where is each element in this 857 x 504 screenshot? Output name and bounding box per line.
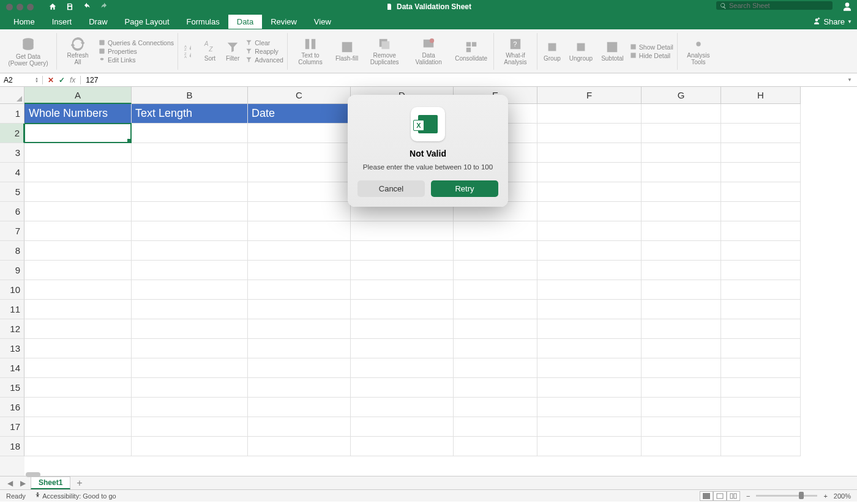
select-all-corner[interactable] (0, 87, 24, 104)
text-to-columns-button[interactable]: Text to Columns (291, 37, 329, 65)
cell[interactable] (24, 163, 132, 182)
normal-view-icon[interactable] (700, 491, 713, 501)
cell[interactable] (248, 221, 351, 241)
cell[interactable] (642, 104, 721, 124)
zoom-out-button[interactable]: − (746, 492, 750, 500)
cell[interactable] (132, 124, 248, 143)
cell[interactable] (248, 378, 351, 398)
edit-links-button[interactable]: Edit Links (99, 56, 174, 64)
row-header[interactable]: 16 (0, 398, 24, 417)
cell[interactable] (642, 182, 721, 202)
cell[interactable] (721, 221, 801, 241)
cell[interactable] (537, 339, 642, 358)
cell[interactable] (454, 358, 537, 378)
column-header[interactable]: B (132, 87, 248, 104)
cell[interactable] (721, 261, 801, 280)
fx-icon[interactable]: fx (70, 76, 75, 84)
cell[interactable] (454, 339, 537, 358)
cell[interactable] (642, 221, 721, 241)
undo-icon[interactable] (83, 2, 91, 11)
row-header[interactable]: 12 (0, 319, 24, 339)
minimize-window[interactable] (17, 4, 23, 10)
sort-button[interactable]: AZ Sort (200, 40, 220, 62)
cell[interactable] (537, 280, 642, 300)
queries-connections-button[interactable]: Queries & Connections (99, 39, 174, 46)
cell[interactable] (24, 319, 132, 339)
cell[interactable] (24, 339, 132, 358)
cell[interactable] (351, 261, 454, 280)
cell[interactable] (721, 378, 801, 398)
column-header[interactable]: G (642, 87, 721, 104)
tab-review[interactable]: Review (262, 15, 305, 29)
cell[interactable]: Date (248, 104, 351, 124)
row-header[interactable]: 13 (0, 339, 24, 358)
row-header[interactable]: 10 (0, 280, 24, 300)
get-data-button[interactable]: Get Data (Power Query) (4, 36, 53, 67)
cell[interactable] (721, 143, 801, 163)
cell[interactable] (132, 143, 248, 163)
cell[interactable] (248, 143, 351, 163)
cell[interactable] (248, 319, 351, 339)
cell[interactable] (721, 339, 801, 358)
search-input[interactable] (729, 2, 821, 9)
cell[interactable] (24, 398, 132, 417)
cell[interactable] (351, 280, 454, 300)
retry-button[interactable]: Retry (431, 180, 498, 197)
filter-button[interactable]: Filter (223, 40, 242, 62)
formula-input[interactable]: 127 (81, 76, 842, 84)
home-icon[interactable] (48, 2, 57, 11)
cell[interactable] (132, 437, 248, 456)
advanced-filter-button[interactable]: Advanced (245, 56, 283, 64)
cell[interactable] (248, 300, 351, 319)
cancel-formula-icon[interactable]: ✕ (48, 76, 54, 84)
close-window[interactable] (6, 4, 13, 10)
cell[interactable] (24, 221, 132, 241)
cell[interactable] (454, 319, 537, 339)
cell[interactable] (132, 398, 248, 417)
cell[interactable] (351, 221, 454, 241)
cell[interactable] (248, 280, 351, 300)
cell[interactable] (721, 437, 801, 456)
row-header[interactable]: 11 (0, 300, 24, 319)
reapply-filter-button[interactable]: Reapply (245, 48, 283, 55)
cell[interactable] (132, 221, 248, 241)
sheet-nav-prev[interactable]: ◀ (5, 479, 15, 487)
cell[interactable] (642, 398, 721, 417)
row-header[interactable]: 2 (0, 124, 24, 143)
cell[interactable] (642, 417, 721, 437)
cell[interactable] (537, 163, 642, 182)
cell[interactable] (642, 163, 721, 182)
row-header[interactable]: 17 (0, 417, 24, 437)
cell[interactable] (454, 241, 537, 261)
sheet-tab[interactable]: Sheet1 (31, 476, 70, 489)
cell[interactable]: 127 (24, 124, 132, 143)
cell[interactable] (351, 417, 454, 437)
analysis-tools-button[interactable]: Analysis Tools (681, 37, 716, 65)
row-header[interactable]: 8 (0, 241, 24, 261)
save-icon[interactable] (65, 2, 74, 11)
cell[interactable] (721, 300, 801, 319)
cell[interactable] (537, 261, 642, 280)
cell[interactable] (642, 378, 721, 398)
cell[interactable] (454, 417, 537, 437)
cell[interactable] (642, 319, 721, 339)
cancel-button[interactable]: Cancel (357, 180, 425, 197)
cell[interactable] (24, 143, 132, 163)
cell[interactable] (132, 280, 248, 300)
cell[interactable] (721, 124, 801, 143)
cell[interactable]: Text Length (132, 104, 248, 124)
expand-formula-bar-icon[interactable]: ▼ (842, 77, 857, 83)
cell[interactable] (24, 261, 132, 280)
search-box[interactable] (716, 1, 833, 10)
remove-duplicates-button[interactable]: Remove Duplicates (364, 37, 405, 65)
tab-draw[interactable]: Draw (80, 15, 116, 29)
data-validation-button[interactable]: Data Validation (408, 37, 449, 65)
share-button[interactable]: Share ▼ (812, 17, 852, 26)
redo-icon[interactable] (100, 2, 108, 11)
cell[interactable] (248, 261, 351, 280)
cell[interactable] (24, 182, 132, 202)
cell[interactable] (248, 398, 351, 417)
cell[interactable] (351, 300, 454, 319)
cell[interactable] (132, 358, 248, 378)
cell[interactable] (721, 202, 801, 221)
